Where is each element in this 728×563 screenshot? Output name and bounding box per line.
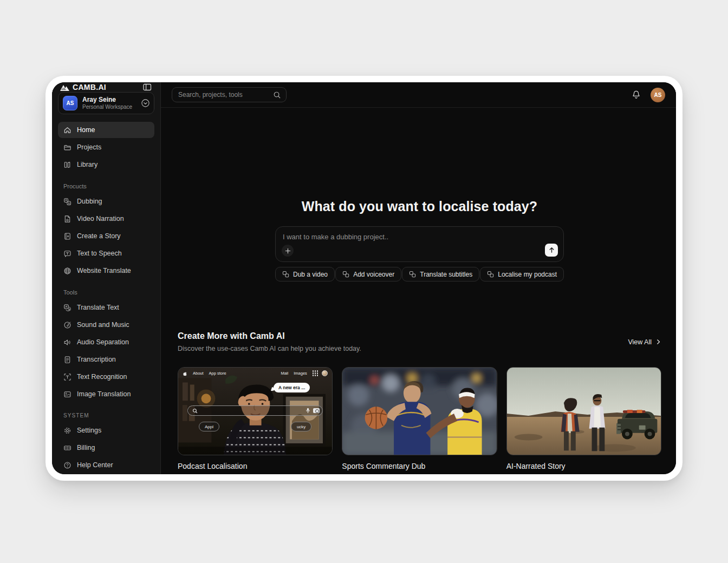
card-podcast-localisation[interactable]: About App store Mail Images [178, 367, 333, 470]
quick-action-chips: Dub a video Add voiceover [275, 267, 564, 282]
chip-add-voiceover[interactable]: Add voiceover [335, 267, 401, 282]
sidebar-item-text-to-speech[interactable]: Text to Speech [58, 245, 154, 261]
app-window-frame: CAMB.AI AS Aray Seine Personal Workspace [46, 76, 682, 481]
chip-dub-a-video[interactable]: Dub a video [275, 267, 335, 282]
main-panel: What do you want to localise today? [161, 108, 676, 474]
overlay-avatar [322, 370, 328, 376]
sidebar-item-translate-text[interactable]: Translate Text [58, 299, 154, 316]
prompt-input[interactable] [283, 233, 556, 244]
chevron-right-icon [655, 339, 661, 345]
use-case-cards: About App store Mail Images [178, 367, 661, 470]
sidebar-item-label: Audio Separation [77, 338, 129, 346]
logo-row: CAMB.AI [58, 82, 154, 92]
use-cases-header: Create More with Camb AI Discover the us… [178, 331, 661, 352]
overlay-buttons-row: Appl ucky [178, 422, 332, 431]
sidebar-item-label: Translate Text [77, 304, 119, 311]
gear-icon [63, 427, 72, 435]
view-all-label: View All [628, 338, 652, 346]
page-title: What do you want to localise today? [275, 199, 564, 214]
card-caption: AI-Narrated Story [506, 462, 661, 470]
sidebar-item-website-translate[interactable]: Website Translate [58, 263, 154, 279]
speech-bubble: A new era ... [274, 383, 310, 392]
microphone-icon [306, 408, 310, 414]
sidebar-item-text-recognition[interactable]: Text Recognition [58, 369, 154, 385]
sidebar-item-projects[interactable]: Projects [58, 139, 154, 155]
overlay-search-bar [187, 405, 323, 416]
topbar: AS [161, 82, 676, 108]
sidebar: CAMB.AI AS Aray Seine Personal Workspace [52, 82, 161, 474]
sidebar-item-transcription[interactable]: Transcription [58, 351, 154, 368]
global-search [172, 87, 287, 102]
sidebar-item-label: Help Center [77, 461, 113, 469]
podcast-overlay-menubar: About App store Mail Images [178, 370, 332, 376]
card-sports-commentary-dub[interactable]: Sports Commentary Dub [342, 367, 497, 470]
attach-button[interactable] [282, 245, 294, 257]
search-input[interactable] [178, 91, 269, 99]
sidebar-item-image-translation[interactable]: Image Translation [58, 386, 154, 402]
sidebar-nav: Home Projects Library [58, 122, 154, 173]
section-subtitle: Discover the use-cases Camb AI can help … [178, 345, 361, 352]
workspace-meta: Aray Seine Personal Workspace [82, 96, 136, 110]
sidebar-item-label: Image Translation [77, 390, 131, 398]
use-cases-titles: Create More with Camb AI Discover the us… [178, 331, 361, 352]
overlay-menu-images: Images [294, 371, 307, 376]
magnifier-icon[interactable] [273, 91, 281, 99]
chip-label: Dub a video [293, 271, 328, 278]
workspace-selector[interactable]: AS Aray Seine Personal Workspace [58, 92, 154, 114]
view-all-button[interactable]: View All [628, 338, 661, 346]
story-book-icon [63, 232, 72, 240]
sidebar-item-video-narration[interactable]: Video Narration [58, 211, 154, 227]
sidebar-item-label: Home [77, 126, 95, 134]
apps-grid-icon [313, 370, 318, 376]
library-books-icon [63, 161, 72, 169]
sidebar-item-billing[interactable]: Billing [58, 440, 154, 456]
sidebar-system: Settings Billing Help [58, 422, 154, 473]
user-avatar[interactable]: AS [651, 88, 665, 102]
content-area: AS What do you want to localise today? [161, 82, 676, 474]
card-image-sports [342, 367, 497, 455]
sidebar-item-label: Sound and Music [77, 321, 129, 329]
chip-localise-my-podcast[interactable]: Localise my podcast [480, 267, 564, 282]
overlay-menu-appstore: App store [209, 371, 226, 376]
sidebar-item-home[interactable]: Home [58, 122, 154, 138]
chip-label: Add voiceover [353, 271, 394, 278]
image-translation-icon [63, 390, 72, 398]
sidebar-item-label: Dubbing [77, 198, 102, 205]
sidebar-item-sound-and-music[interactable]: Sound and Music [58, 317, 154, 333]
workspace-avatar: AS [63, 96, 77, 110]
sidebar-item-label: Video Narration [77, 215, 124, 222]
overlay-menu-mail: Mail [281, 371, 288, 376]
sidebar-item-label: Transcription [77, 356, 116, 363]
section-title: Create More with Camb AI [178, 331, 361, 341]
section-label-tools: Tools [63, 289, 154, 296]
sidebar-toggle-button[interactable] [142, 82, 153, 92]
sidebar-item-label: Text Recognition [77, 373, 127, 381]
sidebar-item-dubbing[interactable]: Dubbing [58, 193, 154, 210]
video-narration-icon [63, 215, 72, 223]
home-icon [63, 126, 72, 134]
sidebar-item-label: Settings [77, 427, 101, 434]
help-circle-icon [63, 461, 72, 469]
card-image-podcast: About App store Mail Images [178, 367, 333, 455]
sidebar-item-help-center[interactable]: Help Center [58, 457, 154, 473]
sidebar-item-audio-separation[interactable]: Audio Separation [58, 334, 154, 350]
chevron-down-circle-icon [141, 99, 150, 107]
basketball-scene-illustration [342, 368, 496, 455]
sidebar-item-create-story[interactable]: Create a Story [58, 228, 154, 244]
chip-translate-subtitles[interactable]: Translate subtitles [402, 267, 479, 282]
card-image-story [506, 367, 661, 455]
sidebar-tools: Translate Text Sound and Music Audi [58, 299, 154, 402]
globe-icon [63, 267, 72, 275]
speaker-waves-icon [63, 338, 72, 346]
sidebar-item-library[interactable]: Library [58, 156, 154, 173]
bell-icon [632, 90, 641, 100]
notifications-button[interactable] [630, 89, 642, 101]
card-ai-narrated-story[interactable]: AI-Narrated Story [506, 367, 661, 470]
send-button[interactable] [545, 244, 558, 257]
dubbing-icon [282, 271, 289, 278]
apple-logo-icon [183, 371, 187, 376]
hero: What do you want to localise today? [275, 199, 564, 282]
section-label-system: SYSTEM [63, 413, 154, 418]
sidebar-item-settings[interactable]: Settings [58, 422, 154, 438]
sidebar-toggle-icon [143, 83, 152, 91]
